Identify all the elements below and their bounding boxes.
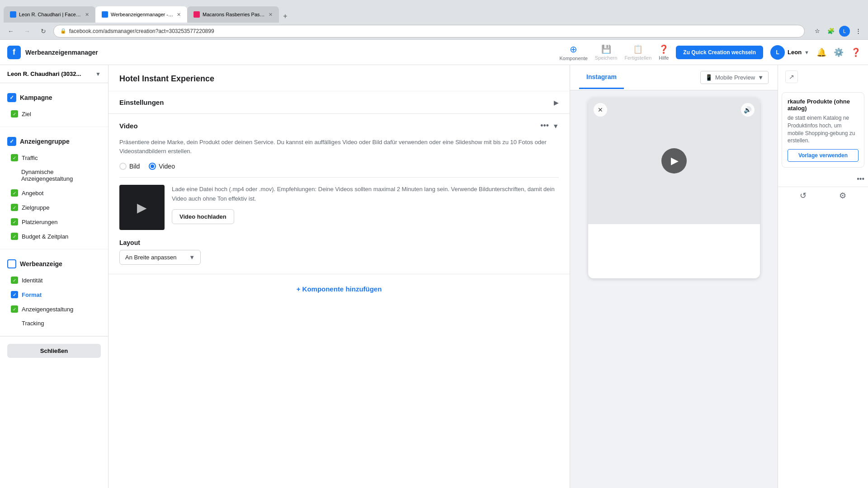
identitaet-check-icon: ✓ [11, 277, 18, 284]
video-accordion-content: Präsentiere deine Marke, dein Produkt od… [108, 138, 570, 274]
budget-label: Budget & Zeitplan [22, 233, 68, 240]
sidebar-item-ziel[interactable]: ✓ Ziel [0, 107, 108, 121]
ziel-check-icon: ✓ [11, 110, 18, 117]
notifications-icon[interactable]: 🔔 [816, 47, 826, 57]
tab3-favicon [193, 11, 200, 18]
preview-tabs: Instagram [579, 66, 624, 89]
quick-creation-button[interactable]: Zu Quick Creation wechseln [676, 46, 763, 59]
sidebar-item-anzeigengestaltung[interactable]: ✓ Anzeigengestaltung [0, 302, 108, 316]
sidebar-item-format[interactable]: ✓ Format [0, 287, 108, 302]
browser-tab-1[interactable]: Leon R. Chaudhari | Facebook ✕ [4, 6, 95, 23]
video-more-icon[interactable]: ••• [540, 121, 549, 131]
back-button[interactable]: ← [5, 25, 17, 38]
schliessen-button[interactable]: Schließen [7, 344, 101, 358]
browser-tabs-bar: Leon R. Chaudhari | Facebook ✕ Werbeanze… [0, 0, 868, 23]
product-card-text: de statt einem Katalog ne Produktinfos h… [788, 114, 859, 145]
product-card-title: rkaufe Produkte (ohne atalog) [788, 98, 859, 112]
sidebar-item-platzierungen[interactable]: ✓ Platzierungen [0, 215, 108, 229]
einstellungen-expand-icon[interactable]: ▶ [554, 99, 559, 106]
sidebar-item-traffic[interactable]: ✓ Traffic [0, 150, 108, 165]
angebot-label: Angebot [22, 190, 43, 197]
einstellungen-actions: ▶ [554, 99, 559, 106]
menu-icon[interactable]: ⋮ [853, 26, 863, 37]
dynamische-label: Dynamische Anzeigengestaltung [21, 169, 101, 182]
vorlage-verwenden-button[interactable]: Vorlage verwenden [788, 149, 859, 162]
tab2-close-icon[interactable]: ✕ [177, 12, 181, 18]
speichern-button[interactable]: 💾 Speichern [595, 44, 618, 61]
bild-radio-option[interactable]: Bild [119, 163, 140, 170]
profile-icon[interactable]: L [839, 26, 850, 37]
komponente-button[interactable]: ⊕ Komponente [559, 44, 587, 61]
traffic-check-icon: ✓ [11, 154, 18, 161]
page-content: Leon R. Chaudhari (3032... ▼ ✓ Kampagne … [0, 65, 868, 488]
video-label: Video [159, 163, 175, 170]
fertigstellen-button[interactable]: 📋 Fertigstellen [624, 44, 651, 61]
anzeigengruppe-check-icon: ✓ [7, 137, 16, 146]
anzeigengestaltung-label: Anzeigengestaltung [22, 306, 73, 313]
product-card-content: rkaufe Produkte (ohne atalog) de statt e… [782, 93, 864, 167]
address-bar-row: ← → ↻ 🔒 facebook.com/adsmanager/creation… [0, 23, 868, 40]
werbeanzeige-section: Werbeanzeige ✓ Identität ✓ Format ✓ Anze… [0, 249, 108, 336]
plus-icon: ⊕ [570, 44, 577, 55]
external-link-button[interactable]: ↗ [785, 70, 798, 83]
media-type-radio-group: Bild Video [119, 163, 559, 170]
sidebar-item-angebot[interactable]: ✓ Angebot [0, 186, 108, 200]
bild-radio-input[interactable] [119, 163, 127, 170]
tab1-close-icon[interactable]: ✕ [85, 12, 89, 18]
preview-sound-button[interactable]: 🔊 [741, 103, 755, 117]
werbeanzeige-header[interactable]: Werbeanzeige [0, 255, 108, 273]
anzeigengruppe-section: ✓ Anzeigengruppe ✓ Traffic Dynamische An… [0, 127, 108, 249]
address-bar[interactable]: 🔒 facebook.com/adsmanager/creation?act=3… [53, 25, 805, 38]
video-title: Video [119, 122, 138, 130]
new-tab-button[interactable]: + [279, 10, 292, 23]
refresh-button[interactable]: ↺ [800, 191, 807, 201]
preview-play-button[interactable]: ▶ [661, 148, 687, 174]
layout-dropdown[interactable]: An Breite anpassen ▼ [119, 250, 201, 265]
video-radio-input[interactable] [149, 163, 156, 170]
fb-logo-icon: f [7, 46, 21, 59]
settings-icon[interactable]: ⚙️ [834, 47, 844, 57]
tab2-label: Werbeanzeigenmanager - Cr... [111, 12, 174, 17]
lock-icon: 🔒 [60, 28, 66, 34]
settings-gear-button[interactable]: ⚙ [839, 191, 846, 201]
format-check-icon: ✓ [11, 291, 18, 298]
user-menu[interactable]: L Leon ▼ [770, 45, 809, 60]
extensions-icon[interactable]: 🧩 [826, 26, 836, 37]
einstellungen-accordion-header[interactable]: Einstellungen ▶ [108, 91, 570, 113]
add-component-button[interactable]: + Komponente hinzufügen [297, 285, 382, 293]
star-icon[interactable]: ☆ [812, 26, 823, 37]
upload-instructions: Lade eine Datei hoch (.mp4 oder .mov). E… [172, 185, 559, 204]
help-circle-icon[interactable]: ❓ [851, 47, 861, 57]
forward-button[interactable]: → [21, 25, 33, 38]
sidebar-item-budget[interactable]: ✓ Budget & Zeitplan [0, 229, 108, 244]
tab-instagram[interactable]: Instagram [579, 66, 624, 89]
einstellungen-accordion: Einstellungen ▶ [108, 91, 570, 114]
sidebar-item-zielgruppe[interactable]: ✓ Zielgruppe [0, 200, 108, 215]
upload-area: ▶ Lade eine Datei hoch (.mp4 oder .mov).… [119, 185, 559, 230]
help-icon: ❓ [659, 44, 669, 54]
anzeigengruppe-header[interactable]: ✓ Anzeigengruppe [0, 132, 108, 150]
video-thumbnail[interactable]: ▶ [119, 185, 165, 230]
tab3-close-icon[interactable]: ✕ [269, 12, 273, 18]
video-accordion-header[interactable]: Video ••• ▼ [108, 114, 570, 138]
video-collapse-icon[interactable]: ▼ [552, 122, 559, 130]
mobile-preview-button[interactable]: 📱 Mobile Preview ▼ [700, 71, 769, 84]
sidebar-item-identitaet[interactable]: ✓ Identität [0, 273, 108, 287]
browser-tab-3[interactable]: Macarons Rasberries Pastri... ✕ [187, 6, 279, 23]
video-radio-option[interactable]: Video [149, 163, 175, 170]
more-options-icon[interactable]: ••• [778, 171, 868, 187]
kampagne-header[interactable]: ✓ Kampagne [0, 89, 108, 107]
help-label: Hilfe [659, 55, 669, 61]
sidebar-item-dynamische[interactable]: Dynamische Anzeigengestaltung [0, 165, 108, 186]
kampagne-label: Kampagne [20, 94, 52, 101]
video-upload-button[interactable]: Video hochladen [172, 209, 234, 224]
reload-button[interactable]: ↻ [37, 25, 50, 38]
sidebar-item-tracking[interactable]: Tracking [0, 316, 108, 330]
hilfe-button[interactable]: ❓ Hilfe [659, 44, 669, 61]
browser-tab-2[interactable]: Werbeanzeigenmanager - Cr... ✕ [95, 6, 187, 23]
account-selector[interactable]: Leon R. Chaudhari (3032... ▼ [0, 65, 108, 83]
device-label: Mobile Preview [715, 74, 755, 81]
user-chevron-icon: ▼ [804, 50, 809, 55]
product-card: rkaufe Produkte (ohne atalog) de statt e… [782, 92, 864, 168]
preview-close-button[interactable]: ✕ [594, 103, 607, 117]
